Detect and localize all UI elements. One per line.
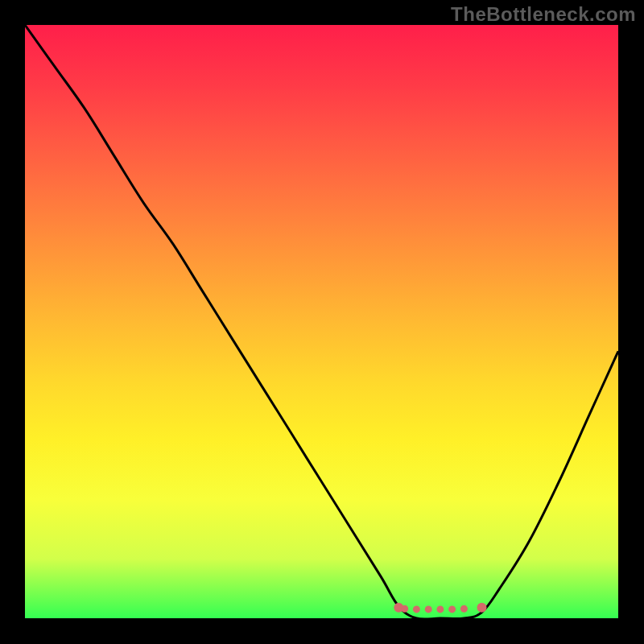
- watermark-label: TheBottleneck.com: [451, 3, 636, 26]
- valley-dot: [477, 603, 487, 613]
- plot-area: [25, 25, 618, 618]
- valley-dot: [460, 605, 468, 613]
- chart-frame: TheBottleneck.com: [0, 0, 644, 644]
- chart-svg: [25, 25, 618, 618]
- curve-group: [25, 25, 618, 618]
- bottleneck-curve: [25, 25, 618, 618]
- valley-dot: [436, 605, 444, 613]
- valley-dot: [425, 605, 432, 613]
- dots-group: [394, 603, 486, 613]
- valley-dot: [413, 605, 420, 613]
- valley-dot: [448, 605, 456, 613]
- valley-dot: [401, 605, 408, 613]
